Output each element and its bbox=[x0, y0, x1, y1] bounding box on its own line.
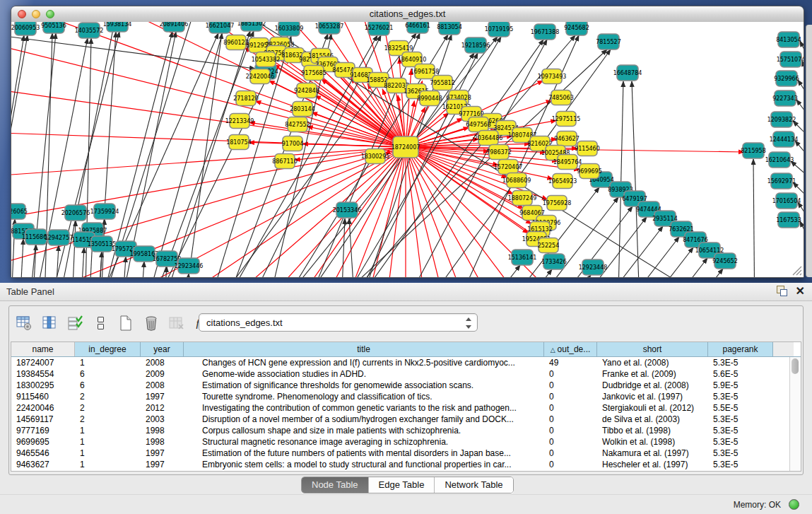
graph-node-label: 18640910 bbox=[398, 57, 427, 63]
column-header-short[interactable]: short bbox=[597, 342, 708, 356]
graph-node-label: 2526065 bbox=[11, 209, 28, 215]
table-cell: Tourette syndrome. Phenomenology and cla… bbox=[184, 391, 544, 402]
select-column-icon[interactable] bbox=[40, 314, 59, 332]
table-selector-dropdown[interactable]: citations_edges.txt bbox=[199, 313, 478, 332]
graph-edge[interactable] bbox=[406, 147, 804, 277]
table-row[interactable]: 911546021997Tourette syndrome. Phenomeno… bbox=[11, 391, 801, 402]
column-header-name[interactable]: name bbox=[11, 342, 75, 356]
network-window-titlebar[interactable]: citations_edges.txt bbox=[11, 6, 804, 23]
graph-node-label: 16621047 bbox=[206, 23, 235, 29]
graph-edge[interactable] bbox=[140, 262, 144, 277]
tab-edge-table[interactable]: Edge Table bbox=[369, 477, 435, 493]
graph-edge[interactable] bbox=[602, 237, 679, 277]
graph-edge[interactable] bbox=[113, 32, 176, 277]
graph-edge[interactable] bbox=[11, 33, 255, 69]
table-cell: 5.6E-5 bbox=[708, 368, 773, 380]
table-vertical-scrollbar[interactable] bbox=[789, 357, 801, 471]
column-header-in_degree[interactable]: in_degree bbox=[75, 342, 141, 356]
table-row[interactable]: 1830029562008Estimation of significance … bbox=[11, 380, 801, 391]
table-cell: 5.3E-5 bbox=[708, 391, 773, 402]
table-cell: Wolkin et al. (1998) bbox=[597, 436, 708, 448]
table-row[interactable]: 1938455462009Genome-wide association stu… bbox=[11, 368, 801, 380]
graph-node-label: 22420046 bbox=[246, 74, 275, 80]
table-row[interactable]: 2242004622012Investigating the contribut… bbox=[11, 402, 801, 414]
table-row[interactable]: 946362711997Embryonic stem cells: a mode… bbox=[11, 459, 801, 470]
graph-node-label: 18300295 bbox=[361, 153, 390, 160]
column-header-out_de[interactable]: △out_de... bbox=[544, 342, 597, 356]
table-selector-value: citations_edges.txt bbox=[206, 317, 283, 328]
table-cell: Genome-wide association studies in ADHD. bbox=[184, 368, 544, 380]
network-window[interactable]: citations_edges.txt 20060953950513614035… bbox=[11, 6, 804, 278]
table-row[interactable]: 969969511998Structural magnetic resonanc… bbox=[11, 436, 801, 448]
delete-column-icon-disabled bbox=[167, 314, 186, 332]
graph-edge[interactable] bbox=[796, 100, 804, 114]
graph-edge[interactable] bbox=[630, 258, 707, 277]
close-panel-icon[interactable]: ✕ bbox=[796, 286, 805, 296]
graph-node-label: 15751074 bbox=[777, 57, 804, 63]
table-row[interactable]: 977716911998Corpus callosum shape and si… bbox=[11, 425, 801, 436]
graph-edge[interactable] bbox=[616, 247, 693, 277]
graph-edge[interactable] bbox=[791, 161, 804, 175]
dropdown-spinner-icon bbox=[465, 317, 472, 329]
network-canvas-wrap: 2006095395051361403557215938134208914061… bbox=[11, 22, 804, 277]
graph-edge[interactable] bbox=[406, 147, 804, 277]
table-row[interactable]: 1456911722003Disruption of a novel membe… bbox=[11, 414, 801, 425]
table-cell: 22420046 bbox=[11, 402, 75, 414]
column-header-title[interactable]: title bbox=[184, 342, 544, 356]
network-canvas[interactable]: 2006095395051361403557215938134208914061… bbox=[11, 22, 804, 277]
graph-node-label: 18851302 bbox=[237, 22, 266, 27]
table-cell: 5.3E-5 bbox=[708, 357, 773, 368]
graph-edge[interactable] bbox=[11, 35, 24, 277]
window-resize-grip[interactable] bbox=[791, 264, 802, 276]
table-settings-icon[interactable] bbox=[15, 314, 33, 332]
graph-node-label: 8960123 bbox=[223, 40, 249, 46]
delete-table-icon[interactable] bbox=[142, 314, 160, 332]
table-cell: 1 bbox=[75, 436, 141, 448]
memory-status-label: Memory: OK bbox=[734, 500, 781, 510]
graph-edge[interactable] bbox=[800, 221, 804, 235]
graph-edge[interactable] bbox=[98, 252, 102, 277]
table-cell: Franke et al. (2009) bbox=[597, 368, 708, 380]
table-panel-body: f(x) citations_edges.txt namein_degreeye… bbox=[8, 305, 804, 475]
table-cell: 5.3E-5 bbox=[708, 459, 773, 470]
graph-edge[interactable] bbox=[646, 269, 723, 277]
column-header-pagerank[interactable]: pagerank bbox=[708, 342, 773, 356]
table-cell: 5.3E-5 bbox=[708, 425, 773, 436]
graph-node-label: 9505136 bbox=[41, 23, 66, 29]
table-cell: Stergiakouli et al. (2012) bbox=[597, 402, 708, 414]
graph-edge[interactable] bbox=[793, 121, 804, 135]
table-cell: 9777169 bbox=[11, 425, 75, 436]
graph-node-label: 14035572 bbox=[75, 28, 104, 34]
new-file-icon[interactable] bbox=[117, 314, 135, 332]
column-header-year[interactable]: year bbox=[141, 342, 184, 356]
graph-edge[interactable] bbox=[798, 80, 804, 94]
graph-edge[interactable] bbox=[802, 61, 804, 75]
table-row[interactable]: 1872400712008Changes of HCN gene express… bbox=[11, 357, 801, 368]
tab-network-table[interactable]: Network Table bbox=[435, 477, 512, 493]
graph-node-label: 18807249 bbox=[508, 195, 537, 201]
graph-edge[interactable] bbox=[179, 33, 222, 277]
graph-edge[interactable] bbox=[406, 147, 804, 277]
graph-edge[interactable] bbox=[795, 141, 804, 155]
check-rows-icon[interactable] bbox=[66, 314, 84, 332]
graph-edge[interactable] bbox=[753, 159, 755, 277]
split-rows-icon[interactable] bbox=[91, 314, 110, 332]
table-cell: 9699695 bbox=[11, 436, 75, 448]
graph-node-label: 8215958 bbox=[741, 148, 766, 154]
graph-node-label: 12942757 bbox=[45, 235, 73, 241]
table-cell: Dudbridge et al. (2008) bbox=[597, 380, 708, 391]
graph-node-label: 12975115 bbox=[552, 116, 581, 122]
table-cell: 0 bbox=[544, 380, 597, 391]
graph-edge[interactable] bbox=[406, 147, 804, 277]
table-row[interactable]: 946554611997Estimation of the future num… bbox=[11, 448, 801, 459]
graph-edge[interactable] bbox=[632, 81, 640, 277]
float-panel-icon[interactable] bbox=[777, 286, 787, 296]
scrollbar-thumb[interactable] bbox=[792, 358, 799, 374]
graph-node-label: 2718120 bbox=[233, 95, 259, 102]
table-cell: 1997 bbox=[141, 448, 184, 459]
table-cell: 0 bbox=[544, 436, 597, 448]
tab-node-table[interactable]: Node Table bbox=[302, 477, 369, 493]
graph-edge[interactable] bbox=[80, 247, 84, 277]
graph-edge[interactable] bbox=[122, 257, 126, 277]
graph-edge[interactable] bbox=[136, 31, 254, 277]
